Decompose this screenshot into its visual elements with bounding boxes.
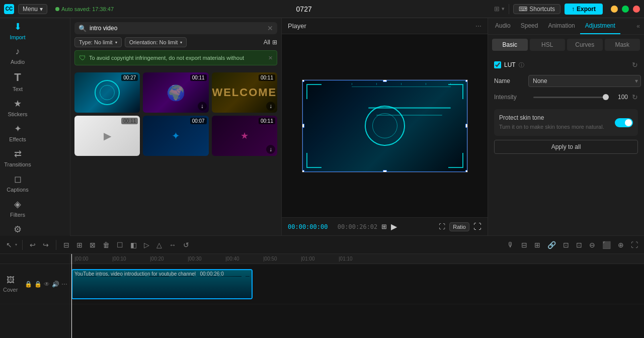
lut-checkbox[interactable] [494,61,501,68]
lut-info-icon: ⓘ [519,61,524,69]
toolbar-effects[interactable]: ✦ Effects [0,120,35,145]
track-eye-button[interactable]: 👁 [44,281,50,288]
toolbar-transitions[interactable]: ⇄ Transitions [0,145,35,171]
zoom-slider-button[interactable]: ⬛ [600,239,613,251]
minus-zoom-button[interactable]: ⊖ [587,239,597,251]
logo-icon: CC [4,4,14,14]
track-lock2-button[interactable]: 🔒 [34,281,42,288]
orientation-filter-button[interactable]: Orientation: No limit ▾ [125,37,187,47]
track-audio-button[interactable]: 🔊 [52,281,59,288]
mirror-button[interactable]: ↔ [167,239,178,251]
clip-thumb-1 [76,276,97,277]
trim-start-button[interactable]: ⊞ [74,239,85,251]
lut-name-select[interactable]: None [528,75,641,87]
toolbar-filters[interactable]: ◈ Filters [0,196,35,221]
handle-bl[interactable] [302,170,304,173]
timeline-left-header [0,254,70,264]
toolbar-import[interactable]: ⬇ Import [0,18,35,43]
media-thumb-4[interactable]: ▶ 00:11 [74,116,140,156]
copyright-close-icon[interactable]: ✕ [268,55,273,61]
handle-tl[interactable] [302,79,304,82]
search-input[interactable] [90,25,264,32]
handle-ml[interactable] [302,124,304,128]
export-button[interactable]: ↑ Export [565,4,603,15]
toolbar-text[interactable]: T Text [0,68,35,95]
media-thumb-5[interactable]: ✦ 00:07 [143,116,208,156]
select-tool-button[interactable]: ↖ [4,239,14,251]
split-track-button[interactable]: ⊟ [519,239,529,251]
delete-button[interactable]: 🗑 [101,239,112,251]
microphone-button[interactable]: 🎙 [505,239,516,251]
handle-tm[interactable] [383,79,387,82]
handle-mr[interactable] [465,124,468,128]
subtab-mask[interactable]: Mask [605,39,640,51]
toolbar-captions[interactable]: ◻ Captions [0,171,35,196]
transition-auto-button[interactable]: ⊡ [574,239,584,251]
screen-layout-button[interactable]: ⊞ ▾ [494,5,505,13]
tabs-collapse-icon[interactable]: « [634,18,642,34]
media-thumb-3[interactable]: WELCOME 00:11 ↓ [212,72,277,113]
maximize-button[interactable] [622,6,629,13]
redo-button[interactable]: ↪ [41,239,51,251]
add-track-button[interactable]: ⊞ [532,239,542,251]
subtab-curves[interactable]: Curves [567,39,603,51]
intensity-slider[interactable] [533,97,609,98]
playhead-button[interactable]: ▷ [142,239,151,251]
rotate-button[interactable]: ↺ [181,239,191,251]
link-button[interactable]: 🔗 [545,239,558,251]
menu-button[interactable]: Menu ▾ [18,4,47,14]
filters-icon: ◈ [14,199,21,210]
media-thumb-2[interactable]: 🌍 00:11 ↓ [143,72,208,113]
close-button[interactable] [633,6,640,13]
crop-button[interactable]: ☐ [115,239,125,251]
split-button[interactable]: ⊟ [61,239,71,251]
type-filter-button[interactable]: Type: No limit ▾ [74,37,122,47]
handle-bm[interactable] [383,170,387,173]
track-lock-button[interactable]: 🔒 [25,281,32,288]
minimize-button[interactable] [611,6,618,13]
download-icon-6[interactable]: ↓ [266,145,275,154]
play-button[interactable]: ▶ [391,222,397,231]
intensity-reset-icon[interactable]: ↻ [632,93,638,101]
search-clear-icon[interactable]: ✕ [267,24,273,32]
shortcuts-button[interactable]: ⌨ Shortcuts [513,4,560,14]
toolbar-stickers[interactable]: ★ Stickers [0,95,35,120]
tab-animation[interactable]: Animation [543,18,580,34]
subtab-hsl[interactable]: HSL [530,39,566,51]
apply-to-all-button[interactable]: Apply to all [494,140,638,154]
fit-screen-button[interactable]: ⛶ [439,223,445,230]
tab-adjustment[interactable]: Adjustment [580,18,620,34]
track-more-button[interactable]: ⋯ [61,281,67,288]
player-more-icon[interactable]: ⋯ [475,23,481,30]
subtab-basic[interactable]: Basic [492,39,528,51]
stabilize-button[interactable]: △ [154,239,164,251]
lut-refresh-icon[interactable]: ↻ [632,61,638,69]
group-button[interactable]: ⊡ [561,239,571,251]
playhead[interactable] [71,254,72,338]
all-filter-button[interactable]: All ⊞ [264,39,277,46]
freeze-button[interactable]: ◧ [128,239,139,251]
export-icon: ↑ [572,6,575,13]
video-clip[interactable]: YouTube intros, video introduction for y… [71,269,253,299]
autosave-indicator: Auto saved: 17:38:47 [55,6,114,12]
media-thumb-6[interactable]: ★ 00:11 ↓ [212,116,277,156]
top-toolbar: ⬇ Import ♪ Audio T Text ★ Stickers ✦ Eff… [0,18,70,246]
download-icon-2[interactable]: ↓ [198,102,207,111]
plus-zoom-button[interactable]: ⊕ [616,239,626,251]
trim-end-button[interactable]: ⊠ [88,239,98,251]
tab-audio[interactable]: Audio [490,18,516,34]
undo-button[interactable]: ↩ [28,239,38,251]
tab-speed[interactable]: Speed [516,18,543,34]
protect-toggle[interactable] [615,118,633,127]
toolbar-text-label: Text [13,86,23,92]
fullscreen-button[interactable]: ⛶ [473,222,481,231]
media-thumb-1[interactable]: 00:27 [74,72,140,113]
select-tool-chevron[interactable]: ▾ [15,242,17,247]
ratio-button[interactable]: Ratio [449,222,469,231]
grid-view-button[interactable]: ⊞ [381,223,387,230]
handle-br[interactable] [465,170,468,173]
download-icon-3[interactable]: ↓ [266,102,275,111]
fit-timeline-button[interactable]: ⛶ [629,239,640,251]
handle-tr[interactable] [465,79,468,82]
toolbar-audio[interactable]: ♪ Audio [0,43,35,68]
